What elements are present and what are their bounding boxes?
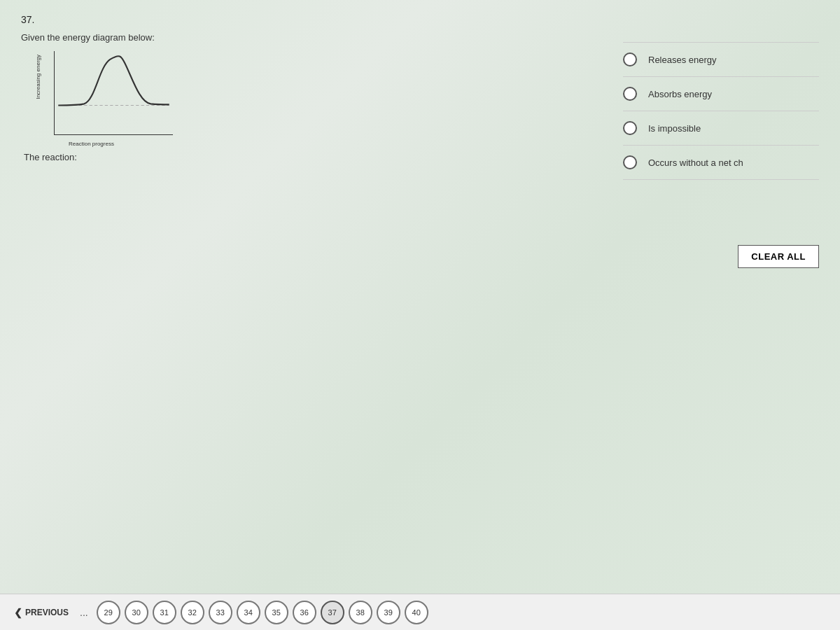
answer-option-b[interactable]: Absorbs energy (623, 77, 819, 111)
answer-label-c: Is impossible (648, 123, 701, 134)
energy-diagram: Reaction progress (54, 51, 173, 135)
page-btn-40[interactable]: 40 (405, 601, 428, 624)
x-axis-label: Reaction progress (69, 141, 114, 147)
answer-choices: Releases energy Absorbs energy Is imposs… (623, 42, 819, 180)
y-axis-label: Increasing energy (35, 55, 41, 99)
answer-label-b: Absorbs energy (648, 89, 712, 99)
radio-c[interactable] (623, 121, 637, 135)
page-btn-31[interactable]: 31 (153, 601, 176, 624)
clear-all-button[interactable]: CLEAR ALL (738, 245, 819, 268)
page-btn-35[interactable]: 35 (265, 601, 288, 624)
page-btn-30[interactable]: 30 (125, 601, 148, 624)
answer-label-a: Releases energy (648, 55, 717, 65)
answer-option-d[interactable]: Occurs without a net ch (623, 146, 819, 180)
radio-a[interactable] (623, 52, 637, 66)
question-text: Given the energy diagram below: (21, 32, 819, 43)
previous-label: PREVIOUS (25, 608, 69, 617)
page-btn-37[interactable]: 37 (321, 601, 344, 624)
page-btn-29[interactable]: 29 (97, 601, 120, 624)
answer-option-a[interactable]: Releases energy (623, 42, 819, 77)
radio-b[interactable] (623, 87, 637, 101)
radio-d[interactable] (623, 155, 637, 169)
main-content: 37. Given the energy diagram below: Incr… (0, 0, 840, 594)
answer-option-c[interactable]: Is impossible (623, 111, 819, 146)
previous-button[interactable]: ❮ PREVIOUS (14, 607, 69, 618)
page-btn-33[interactable]: 33 (209, 601, 232, 624)
prev-icon: ❮ (14, 607, 22, 618)
bottom-navigation: ❮ PREVIOUS ... 29 30 31 32 33 34 35 36 3… (0, 594, 840, 630)
question-number: 37. (21, 14, 819, 25)
page-btn-36[interactable]: 36 (293, 601, 316, 624)
page-btn-38[interactable]: 38 (349, 601, 372, 624)
page-btn-32[interactable]: 32 (181, 601, 204, 624)
page-btn-34[interactable]: 34 (237, 601, 260, 624)
ellipsis: ... (80, 607, 88, 618)
page-btn-39[interactable]: 39 (377, 601, 400, 624)
answer-label-d: Occurs without a net ch (648, 158, 743, 168)
